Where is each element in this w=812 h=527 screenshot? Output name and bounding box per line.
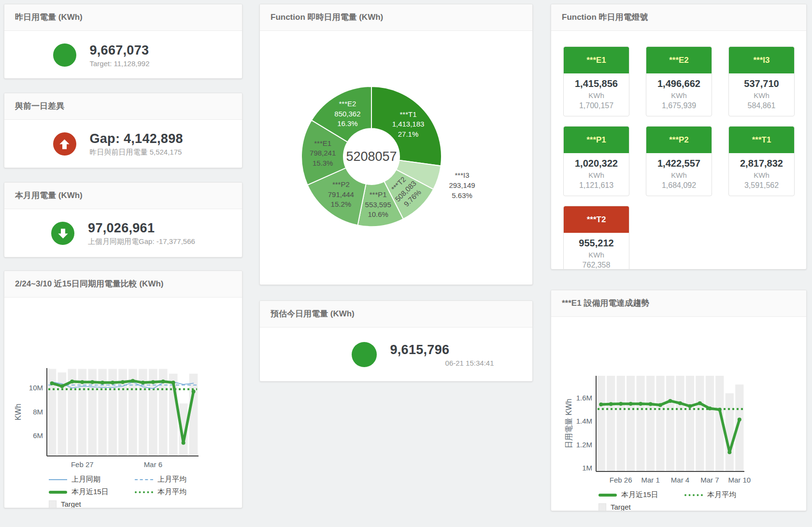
day-gap-value: Gap: 4,142,898 — [90, 131, 194, 146]
tile-body: 537,710KWh584,861 — [729, 73, 794, 116]
legend-label: 本月平均 — [707, 490, 736, 499]
month-usage-value: 97,026,961 — [88, 221, 195, 236]
green-dotted-legend-marker — [684, 494, 703, 496]
donut-label-2: ***I3293,1495.63% — [449, 171, 475, 200]
tile-body: 1,415,856KWh1,700,157 — [564, 73, 629, 116]
tile-target-value: 1,684,092 — [647, 181, 711, 190]
blue-dashed-legend-marker — [135, 479, 153, 480]
donut-label-7: ***E2850,36216.3% — [334, 99, 360, 129]
e1-trend-line-chart: 1M1.2M1.4M1.6MFeb 26Mar 1Mar 4Mar 7Mar 1… — [556, 373, 802, 488]
today-estimate-time: 06-21 15:34:41 — [390, 359, 494, 367]
svg-text:KWh: KWh — [14, 404, 22, 421]
legend-label: 本月近15日 — [71, 487, 109, 497]
tile-target-value: 1,675,939 — [647, 101, 711, 110]
svg-text:Feb 26: Feb 26 — [610, 476, 632, 484]
day-gap-subtitle: 昨日與前日用電量 5,524,175 — [90, 148, 194, 157]
legend-item-1[interactable]: 本月近15日 — [598, 490, 684, 499]
tile-value: 537,710 — [730, 78, 793, 89]
green-thick-legend-marker — [49, 491, 67, 494]
tile-unit: KWh — [730, 171, 793, 179]
legend-label: 本月近15日 — [621, 490, 658, 499]
yesterday-usage-target: Target: 11,128,992 — [90, 59, 194, 68]
arrow-up-icon — [53, 132, 76, 156]
green-thick-legend-marker — [598, 494, 617, 497]
panel-month-usage: 本月用電量 (KWh) 97,026,961 上個月同期用電Gap: -17,3… — [4, 182, 242, 257]
tile-value: 1,415,856 — [565, 78, 628, 89]
panel-title: Function 昨日用電燈號 — [551, 4, 806, 31]
tile-unit: KWh — [730, 91, 793, 100]
tile-unit: KWh — [565, 91, 628, 100]
tile-target-value: 762,358 — [565, 261, 628, 270]
energy-dashboard: 昨日用電量 (KWh) 9,667,073 Target: 11,128,992… — [0, 0, 812, 527]
panel-yesterday-lights: Function 昨日用電燈號 ***E11,415,856KWh1,700,1… — [551, 4, 807, 270]
tile-unit: KWh — [565, 171, 628, 179]
compare-line-chart: 6M8M10MFeb 27Mar 6KWh — [9, 365, 238, 473]
tile-body: 1,020,322KWh1,121,613 — [564, 153, 629, 196]
status-circle-green — [53, 43, 76, 67]
panel-title: ***E1 設備用電達成趨勢 — [551, 290, 806, 317]
light-tile-6: ***T12,817,832KWh3,591,562 — [728, 126, 795, 196]
arrow-down-icon — [51, 222, 74, 245]
light-tile-5: ***P21,422,557KWh1,684,092 — [646, 126, 712, 196]
lights-grid: ***E11,415,856KWh1,700,157***E21,496,662… — [551, 31, 806, 270]
tile-value: 1,020,322 — [565, 158, 628, 169]
panel-day-gap: 與前一日差異 Gap: 4,142,898 昨日與前日用電量 5,524,175 — [4, 93, 242, 168]
panel-title: 昨日用電量 (KWh) — [4, 4, 242, 31]
panel-yesterday-usage: 昨日用電量 (KWh) 9,667,073 Target: 11,128,992 — [4, 4, 242, 79]
donut-label-5: ***P2791,44415.2% — [328, 180, 354, 210]
panel-15day-compare-chart: 2/24~3/10 近15日同期用電量比較 (KWh) 6M8M10MFeb 2… — [4, 271, 242, 508]
svg-text:6M: 6M — [33, 431, 43, 440]
tile-status-header: ***P1 — [564, 127, 629, 153]
tile-target-value: 3,591,562 — [730, 181, 793, 190]
trend-chart-legend: 本月近15日本月平均Target — [598, 490, 806, 511]
legend-item-1[interactable]: 上月同期 — [49, 475, 135, 484]
yesterday-usage-value: 9,667,073 — [90, 43, 194, 58]
tile-target-value: 1,121,613 — [565, 181, 628, 190]
legend-item-3[interactable]: 本月近15日 — [49, 487, 135, 497]
legend-item-5[interactable]: Target — [49, 500, 135, 508]
svg-text:8M: 8M — [33, 408, 43, 416]
legend-label: Target — [61, 500, 81, 508]
tile-unit: KWh — [647, 171, 711, 179]
panel-title: 2/24~3/10 近15日同期用電量比較 (KWh) — [4, 271, 242, 298]
tile-status-header: ***T1 — [729, 127, 794, 153]
donut-label-4: ***P1553,59510.6% — [365, 190, 391, 220]
donut-chart: ***T11,413,18327.1%***I3293,1495.63%***T… — [260, 31, 533, 285]
svg-text:1M: 1M — [582, 464, 592, 472]
tile-status-header: ***I3 — [729, 47, 794, 73]
tile-status-header: ***T2 — [564, 206, 629, 233]
svg-text:1.6M: 1.6M — [576, 394, 592, 402]
svg-text:Mar 10: Mar 10 — [728, 476, 751, 484]
tile-unit: KWh — [647, 91, 711, 100]
legend-item-3[interactable]: Target — [598, 503, 684, 511]
tile-body: 2,817,832KWh3,591,562 — [729, 153, 794, 196]
legend-label: 上月同期 — [71, 475, 100, 484]
legend-label: 上月平均 — [157, 475, 186, 484]
gray-square-legend-marker — [49, 500, 57, 508]
panel-title: 本月用電量 (KWh) — [4, 183, 242, 209]
svg-text:Mar 4: Mar 4 — [671, 476, 689, 484]
status-circle-green — [352, 342, 377, 367]
legend-item-2[interactable]: 本月平均 — [684, 490, 770, 499]
panel-title: 與前一日差異 — [4, 93, 242, 120]
light-tile-7: ***T2955,212KWh762,358 — [563, 206, 629, 270]
panel-e1-trend-chart: ***E1 設備用電達成趨勢 1M1.2M1.4M1.6MFeb 26Mar 1… — [551, 290, 807, 511]
tile-value: 955,212 — [565, 238, 628, 249]
blue-solid-legend-marker — [49, 479, 67, 480]
svg-text:Mar 1: Mar 1 — [641, 476, 659, 484]
compare-chart-legend: 上月同期上月平均本月近15日本月平均Target — [49, 475, 242, 508]
light-tile-2: ***E21,496,662KWh1,675,939 — [646, 46, 712, 116]
tile-value: 2,817,832 — [730, 158, 793, 169]
svg-text:日用電量 KWh: 日用電量 KWh — [565, 399, 573, 448]
legend-label: 本月平均 — [157, 487, 186, 497]
light-tile-4: ***P11,020,322KWh1,121,613 — [563, 126, 629, 196]
tile-value: 1,422,557 — [647, 158, 711, 169]
donut-center-total: 5208057 — [346, 149, 397, 164]
svg-text:Mar 7: Mar 7 — [700, 476, 719, 484]
legend-item-2[interactable]: 上月平均 — [135, 475, 221, 484]
tile-status-header: ***P2 — [646, 127, 712, 153]
green-dotted-legend-marker — [135, 491, 153, 493]
donut-label-6: ***E1798,24115.3% — [310, 139, 336, 169]
panel-realtime-donut: Function 即時日用電量 (KWh) ***T11,413,18327.1… — [259, 4, 533, 285]
legend-item-4[interactable]: 本月平均 — [135, 487, 221, 497]
